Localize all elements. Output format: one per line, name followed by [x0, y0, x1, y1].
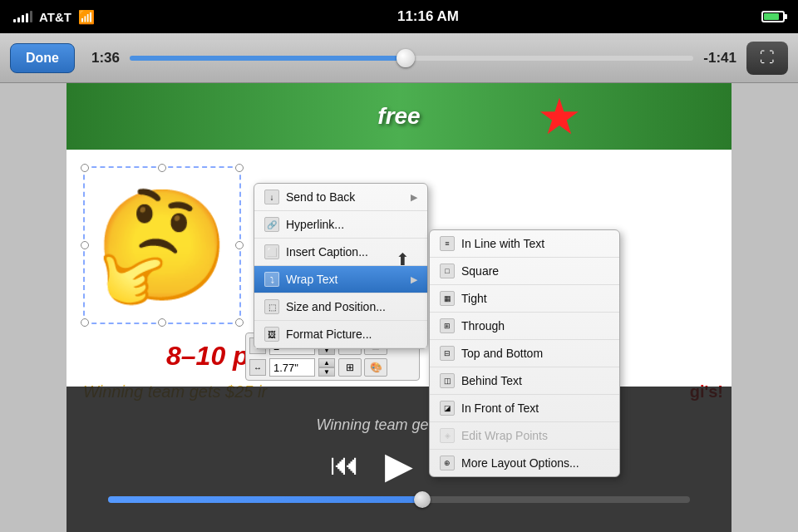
width-actions: ⊞ 🎨 — [338, 358, 387, 377]
send-to-back-icon: ↓ — [264, 190, 279, 204]
hyperlink-label: Hyperlink... — [286, 218, 417, 231]
inline-text-label: In Line with Text — [461, 237, 609, 250]
submenu-inline-text[interactable]: ≡ In Line with Text — [430, 230, 619, 258]
color-icon[interactable]: 🎨 — [364, 358, 387, 377]
signal-bar-4 — [26, 13, 28, 22]
done-button[interactable]: Done — [10, 43, 75, 73]
format-picture-icon: 🖼 — [264, 327, 279, 342]
scrubber-container[interactable] — [130, 56, 693, 61]
smiley-emoji: 🤔 — [95, 191, 229, 299]
banner-title: free — [377, 103, 420, 130]
video-progress-thumb[interactable] — [414, 491, 431, 508]
more-layout-icon: ⊕ — [440, 456, 455, 470]
selection-handle-mr[interactable] — [235, 241, 244, 249]
status-right — [761, 11, 785, 22]
signal-bar-2 — [17, 17, 20, 22]
submenu-in-front-text[interactable]: ◪ In Front of Text — [430, 395, 619, 422]
size-position-icon: ⬚ — [264, 299, 279, 314]
wrap-text-label: Wrap Text — [286, 273, 404, 286]
carrier-label: AT&T — [39, 10, 71, 24]
red-text: 8–10 p — [166, 341, 249, 372]
battery-icon — [761, 11, 785, 22]
in-front-text-label: In Front of Text — [461, 401, 609, 415]
size-position-label: Size and Position... — [286, 300, 417, 313]
width-row: ↔ ▲ ▼ ⊞ 🎨 — [249, 358, 416, 377]
align-icon[interactable]: ⊞ — [338, 358, 362, 377]
insert-caption-icon: ⬜ — [264, 244, 279, 259]
tight-label: Tight — [461, 292, 609, 305]
fullscreen-button[interactable]: ⛶ — [746, 42, 788, 75]
submenu-tight[interactable]: ▦ Tight — [430, 285, 619, 313]
current-time-label: 1:36 — [91, 50, 120, 66]
top-bottom-label: Top and Bottom — [461, 347, 609, 360]
signal-bar-3 — [22, 15, 24, 22]
edit-wrap-icon: ◈ — [440, 428, 455, 443]
send-to-back-label: Send to Back — [286, 190, 404, 204]
square-label: Square — [461, 264, 609, 278]
selection-handle-tl[interactable] — [81, 164, 89, 172]
width-stepper[interactable]: ▲ ▼ — [318, 358, 335, 377]
more-layout-label: More Layout Options... — [461, 456, 609, 470]
menu-item-hyperlink[interactable]: 🔗 Hyperlink... — [254, 211, 427, 239]
square-icon: □ — [440, 264, 455, 278]
width-step-down[interactable]: ▼ — [318, 367, 335, 377]
submenu-square[interactable]: □ Square — [430, 258, 619, 285]
scrubber-track[interactable] — [130, 56, 693, 61]
wrap-text-arrow: ▶ — [411, 274, 417, 285]
menu-item-size-position[interactable]: ⬚ Size and Position... — [254, 293, 427, 321]
video-progress-bar[interactable] — [108, 496, 690, 503]
through-icon: ⊞ — [440, 318, 455, 333]
tight-icon: ▦ — [440, 291, 455, 306]
selection-handle-tr[interactable] — [235, 164, 244, 172]
signal-bar-5 — [30, 11, 32, 22]
submenu-behind-text[interactable]: ◫ Behind Text — [430, 367, 619, 395]
submenu-more-layout[interactable]: ⊕ More Layout Options... — [430, 450, 619, 476]
selection-handle-br[interactable] — [235, 318, 244, 327]
status-time: 11:16 AM — [397, 8, 459, 25]
document-banner: free ★ — [66, 83, 732, 150]
menu-item-format-picture[interactable]: 🖼 Format Picture... — [254, 321, 427, 348]
in-front-text-icon: ◪ — [440, 401, 455, 416]
video-progress-fill — [108, 496, 428, 503]
status-bar: AT&T 📶 11:16 AM — [0, 0, 798, 33]
signal-bars — [13, 11, 32, 22]
menu-item-send-to-back[interactable]: ↓ Send to Back ▶ — [254, 184, 427, 211]
behind-text-icon: ◫ — [440, 373, 455, 388]
banner-star: ★ — [537, 87, 582, 145]
play-button[interactable]: ▶ — [385, 444, 413, 486]
submenu-edit-wrap[interactable]: ◈ Edit Wrap Points — [430, 422, 619, 450]
insert-caption-label: Insert Caption... — [286, 245, 417, 259]
time-remaining-label: -1:41 — [703, 50, 736, 66]
battery-fill — [764, 13, 779, 20]
wrap-text-icon: ⤵ — [264, 272, 279, 287]
video-player[interactable]: Winning team gets $25 ir ⏮ ▶ ⏭ — [66, 387, 732, 532]
selection-handle-ml[interactable] — [81, 241, 89, 249]
menu-item-insert-caption[interactable]: ⬜ Insert Caption... — [254, 239, 427, 266]
context-menu: ↓ Send to Back ▶ 🔗 Hyperlink... ⬜ Insert… — [254, 183, 428, 349]
scrubber-thumb[interactable] — [397, 49, 415, 67]
submenu-through[interactable]: ⊞ Through — [430, 313, 619, 340]
top-bottom-icon: ⊟ — [440, 346, 455, 361]
main-area: free ★ 🤔 8–10 p Winning team gets $25 ir… — [0, 83, 798, 532]
selection-handle-tm[interactable] — [158, 164, 166, 172]
inline-text-icon: ≡ — [440, 236, 455, 251]
width-input[interactable] — [269, 358, 315, 377]
wifi-icon: 📶 — [78, 9, 95, 25]
behind-text-label: Behind Text — [461, 374, 609, 387]
send-to-back-arrow: ▶ — [411, 192, 417, 203]
smiley-image[interactable]: 🤔 — [83, 166, 241, 324]
menu-item-wrap-text[interactable]: ⤵ Wrap Text ▶ — [254, 266, 427, 293]
through-label: Through — [461, 319, 609, 332]
edit-wrap-label: Edit Wrap Points — [461, 429, 609, 442]
wrap-text-submenu: ≡ In Line with Text □ Square ▦ Tight ⊞ T… — [429, 229, 620, 477]
toolbar: Done 1:36 -1:41 ⛶ — [0, 33, 798, 83]
format-picture-label: Format Picture... — [286, 328, 417, 341]
signal-bar-1 — [13, 19, 16, 22]
selection-handle-bm[interactable] — [158, 318, 166, 327]
width-icon: ↔ — [249, 359, 266, 376]
fullscreen-icon: ⛶ — [760, 49, 775, 66]
width-step-up[interactable]: ▲ — [318, 358, 335, 367]
selection-handle-bl[interactable] — [81, 318, 89, 327]
rewind-button[interactable]: ⏮ — [330, 447, 360, 482]
submenu-top-bottom[interactable]: ⊟ Top and Bottom — [430, 340, 619, 367]
